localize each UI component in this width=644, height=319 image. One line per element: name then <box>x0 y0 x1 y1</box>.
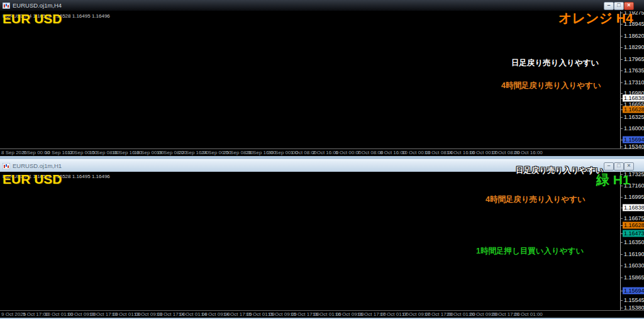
restore-button[interactable]: □ <box>614 2 624 10</box>
price-axis-label: 1.17965 <box>623 56 644 63</box>
h1-chart-plot-area[interactable] <box>0 171 644 318</box>
price-axis-label: 1.16325 <box>623 114 644 121</box>
minimize-button[interactable]: – <box>604 162 614 171</box>
price-axis-label: 1.15340 <box>623 143 644 150</box>
window-title-h1: EURUSD.oj1m,H1 <box>13 162 62 169</box>
h4-timeaxis-separator <box>0 148 644 149</box>
time-axis-label: 20 Oct 16:00 <box>514 150 543 155</box>
chart-window-h4-titlebar[interactable]: EURUSD.oj1m,H4 – □ × <box>0 0 644 11</box>
chart-icon <box>3 163 10 169</box>
time-axis-label: 21 Oct 01:00 <box>514 311 543 317</box>
price-axis-label: 1.16675 <box>623 215 644 222</box>
mt4-workspace: EURUSD.oj1m,H4 – □ × EURUSD.oj1m,H1 – □ … <box>0 0 644 319</box>
h1-priceaxis-separator <box>620 171 621 310</box>
price-axis-label: 1.15865 <box>623 274 644 281</box>
price-axis-label: 1.15380 <box>623 305 644 311</box>
price-axis-label: 1.15694 <box>623 137 644 143</box>
bottom-annotation-0: 日足戻り売り入りやすい <box>516 165 603 176</box>
top-annotation-0: 日足戻り売り入りやすい <box>511 58 599 69</box>
top-annotation-1: 4時間足戻り売り入りやすい <box>501 81 601 91</box>
h1-timeaxis-separator <box>0 310 644 311</box>
price-axis-label: 1.17635 <box>623 67 644 74</box>
restore-button[interactable]: □ <box>614 162 624 171</box>
price-axis-label: 1.16190 <box>623 251 644 258</box>
h1-symbol-label: EUR USD <box>3 172 62 186</box>
chart-icon <box>3 3 10 9</box>
price-axis-label: 1.15545 <box>623 297 644 304</box>
h4-corner-label: オレンジ H4 <box>558 11 633 25</box>
bottom-annotation-2: 1時間足押し目買い入りやすい <box>476 246 584 257</box>
window-title-h4: EURUSD.oj1m,H4 <box>13 2 62 9</box>
price-axis-label: 1.16350 <box>623 239 644 246</box>
price-axis-label: 1.16030 <box>623 262 644 269</box>
price-axis-label: 1.16628 <box>623 106 644 113</box>
price-axis-label: 1.16995 <box>623 194 644 201</box>
price-axis-label: 1.16000 <box>623 125 644 132</box>
price-axis-label: 1.15694 <box>623 288 644 294</box>
price-axis-label: 1.18620 <box>623 33 644 40</box>
close-button[interactable]: × <box>624 2 634 10</box>
price-axis-label: 1.17310 <box>623 79 644 86</box>
h4-symbol-label: EUR USD <box>3 12 62 25</box>
price-axis-label: 1.16838 <box>623 204 644 211</box>
price-axis-label: 1.16473 <box>623 230 644 237</box>
close-button[interactable]: × <box>624 162 634 171</box>
minimize-button[interactable]: – <box>604 2 614 10</box>
price-axis-label: 1.18290 <box>623 44 644 51</box>
price-axis-label: 1.16628 <box>623 222 644 229</box>
bottom-annotation-1: 4時間足戻り売り入りやすい <box>486 194 586 205</box>
